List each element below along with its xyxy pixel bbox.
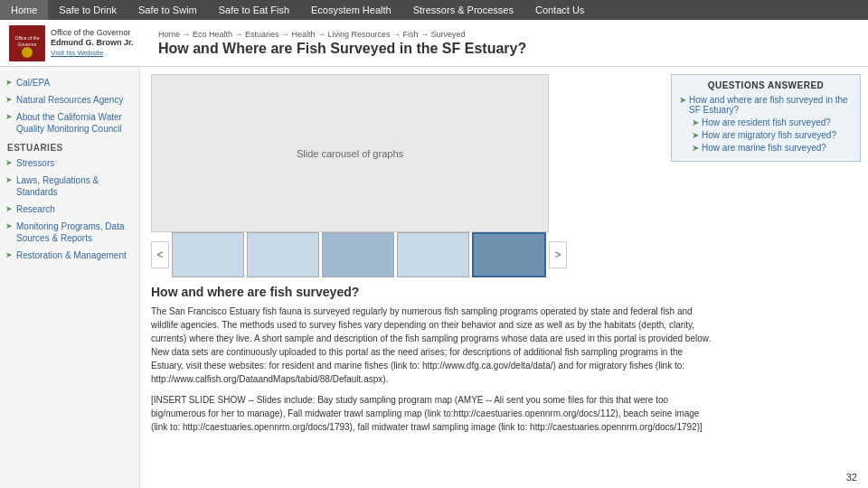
sidebar-item-monitoring[interactable]: ➤ Monitoring Programs, Data Sources & Re… bbox=[0, 218, 139, 247]
arrow-icon: ➤ bbox=[5, 175, 13, 186]
page-header: Office of the Governor Office of the Gov… bbox=[0, 20, 868, 67]
arrow-icon: ➤ bbox=[692, 117, 699, 127]
carousel-thumbnail-1[interactable] bbox=[172, 232, 244, 277]
nav-stressors[interactable]: Stressors & Processes bbox=[402, 0, 524, 20]
header-content: Home → Eco Health → Estuaries → Health →… bbox=[149, 30, 859, 57]
arrow-icon: ➤ bbox=[692, 130, 699, 140]
arrow-icon: ➤ bbox=[5, 250, 13, 261]
nav-safe-fish[interactable]: Safe to Eat Fish bbox=[208, 0, 300, 20]
arrow-icon: ➤ bbox=[692, 143, 699, 153]
page-title: How and Where are Fish Surveyed in the S… bbox=[158, 41, 859, 57]
nav-safe-drink[interactable]: Safe to Drink bbox=[48, 0, 127, 20]
questions-title: QUESTIONS ANSWERED bbox=[679, 80, 853, 90]
article-paragraph-1: The San Francisco Estuary fish fauna is … bbox=[151, 305, 712, 386]
question-resident-fish[interactable]: ➤ How are resident fish surveyed? bbox=[692, 117, 853, 127]
svg-text:Governor: Governor bbox=[18, 42, 37, 47]
visit-website-link[interactable]: Visit his Website bbox=[51, 49, 134, 58]
main-layout: ➤ Cal/EPA ➤ Natural Resources Agency ➤ A… bbox=[0, 67, 868, 488]
carousel-thumbnail-2[interactable] bbox=[247, 232, 319, 277]
breadcrumb: Home → Eco Health → Estuaries → Health →… bbox=[158, 30, 859, 39]
question-sub-list: ➤ How are resident fish surveyed? ➤ How … bbox=[679, 117, 853, 153]
main-content: QUESTIONS ANSWERED ➤ How and where are f… bbox=[140, 67, 868, 488]
carousel-thumbnail-5[interactable] bbox=[472, 232, 546, 277]
governor-name: Office of the Governor Edmund G. Brown J… bbox=[51, 28, 134, 59]
nav-contact[interactable]: Contact Us bbox=[524, 0, 595, 20]
article-paragraph-2: [INSERT SLIDE SHOW -- Slides include: Ba… bbox=[151, 393, 712, 434]
arrow-icon: ➤ bbox=[5, 78, 13, 89]
carousel-prev-button[interactable]: < bbox=[151, 241, 169, 268]
arrow-icon: ➤ bbox=[5, 158, 13, 169]
sidebar-item-research[interactable]: ➤ Research bbox=[0, 201, 139, 218]
nav-safe-swim[interactable]: Safe to Swim bbox=[127, 0, 208, 20]
carousel-controls: < > bbox=[151, 232, 567, 277]
question-main[interactable]: ➤ How and where are fish surveyed in the… bbox=[679, 95, 853, 115]
svg-point-3 bbox=[22, 47, 33, 58]
svg-text:Office of the: Office of the bbox=[15, 35, 40, 41]
article-body: The San Francisco Estuary fish fauna is … bbox=[151, 305, 712, 434]
article-title: How and where are fish surveyed? bbox=[151, 285, 857, 299]
sidebar-item-laws-regulations[interactable]: ➤ Laws, Regulations & Standards bbox=[0, 172, 139, 201]
arrow-icon: ➤ bbox=[679, 95, 686, 105]
sidebar-section-estuaries: ESTUARIES bbox=[0, 137, 139, 155]
sidebar-item-about-council[interactable]: ➤ About the California Water Quality Mon… bbox=[0, 108, 139, 137]
arrow-icon: ➤ bbox=[5, 221, 13, 232]
governor-logo-image: Office of the Governor bbox=[9, 25, 45, 61]
question-marine-fish[interactable]: ➤ How are marine fish surveyed? bbox=[692, 143, 853, 153]
site-logo: Office of the Governor Office of the Gov… bbox=[9, 25, 149, 61]
carousel-thumbnail-4[interactable] bbox=[397, 232, 469, 277]
sidebar-item-calEPA[interactable]: ➤ Cal/EPA bbox=[0, 74, 139, 91]
page-number: 32 bbox=[846, 472, 857, 483]
sidebar-item-natural-resources[interactable]: ➤ Natural Resources Agency bbox=[0, 91, 139, 108]
carousel-thumbnail-3[interactable] bbox=[322, 232, 394, 277]
questions-answered-box: QUESTIONS ANSWERED ➤ How and where are f… bbox=[671, 74, 861, 162]
sidebar: ➤ Cal/EPA ➤ Natural Resources Agency ➤ A… bbox=[0, 67, 140, 488]
sidebar-item-stressors[interactable]: ➤ Stressors bbox=[0, 155, 139, 172]
arrow-icon: ➤ bbox=[5, 204, 13, 215]
arrow-icon: ➤ bbox=[5, 112, 13, 123]
arrow-icon: ➤ bbox=[5, 95, 13, 106]
nav-home[interactable]: Home bbox=[0, 0, 48, 20]
nav-ecosystem[interactable]: Ecosystem Health bbox=[300, 0, 402, 20]
question-migratory-fish[interactable]: ➤ How are migratory fish surveyed? bbox=[692, 130, 853, 140]
sidebar-item-restoration[interactable]: ➤ Restoration & Management bbox=[0, 247, 139, 264]
carousel-next-button[interactable]: > bbox=[549, 241, 567, 268]
top-navigation: Home Safe to Drink Safe to Swim Safe to … bbox=[0, 0, 868, 20]
carousel-main-slide: Slide carousel of graphs bbox=[151, 74, 549, 232]
